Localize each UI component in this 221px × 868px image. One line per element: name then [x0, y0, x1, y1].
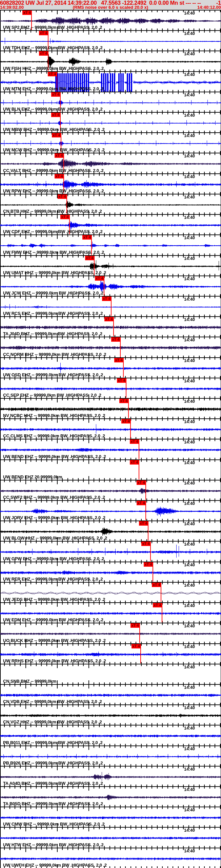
trace-row: 14:40xT 4UW MCW EHZ -- 99999.0km BW .HIG… [0, 132, 221, 153]
pick-flag[interactable]: xT 4 [48, 72, 57, 76]
pick-flag[interactable]: xT 4 [82, 235, 92, 240]
pick-flag[interactable]: xT 4 [55, 174, 64, 178]
trace-row: 14:40xT 4UW JCW EHZ -- 99999.0km BW .HIG… [0, 276, 221, 296]
station-label: CC SEP EHZ -- 99999.0km BW .HIGHPASS. 2.… [3, 393, 101, 398]
pick-flag[interactable]: xT 4 [114, 358, 123, 362]
pick-flag[interactable]: xT 4 [130, 623, 140, 628]
pick-flag[interactable]: xT 4 [119, 399, 128, 403]
station-label: UW MTM EHZ -- 99999.0km BW .HIGHPASS. 2.… [3, 86, 104, 91]
station-label: UW RRHS EHZ -- 99999.0km BW .HIGHPASS. 2… [3, 658, 106, 663]
station-label: UW RPW EHZ -- 99999.0km BW .HIGHPASS. 2.… [3, 188, 104, 193]
pick-flag[interactable]: xT 4 [102, 297, 111, 301]
row-time-label: 14:40 [184, 399, 195, 404]
trace-row: 14:40PB B926 EHZ -- 99999.0km BW .HIGHPA… [0, 746, 221, 766]
row-time-label: 14:40 [184, 297, 195, 302]
station-label: UW MBW EHZ -- 99999.0km BW .HIGHPASS. 2.… [3, 127, 104, 132]
row-time-label: 14:40 [184, 747, 195, 751]
row-time-label: 14:40 [184, 808, 195, 812]
row-time-label: 14:40 [184, 563, 195, 567]
station-label: UW OSD EHZ -- 99999.0km BW .HIGHPASS. 2.… [3, 372, 103, 377]
pick-flag[interactable]: xT 4 [152, 583, 161, 587]
station-label: UW JCW EHZ -- 99999.0km BW .HIGHPASS. 2.… [3, 290, 103, 296]
station-label: TA B05D BHZ -- 99999.0km BW .HIGHPASS. 2… [3, 801, 103, 806]
trace-row: 14:40xT 4UW RCS EHZ -- 99999.0km BW .HIG… [0, 296, 221, 316]
pick-flag[interactable]: xT 4 [130, 439, 139, 444]
station-label: UW TDH EHZ -- 99999.0km BW .HIGHPASS. 2.… [3, 45, 103, 50]
station-label: CC SWF2 BHZ -- 99999.0km BW .HIGHPASS. 2… [3, 495, 105, 500]
row-time-label: 14:40 [184, 93, 195, 97]
pick-flag[interactable]: xT 4 [39, 51, 48, 56]
station-label: UW UMAT HHZ -- 99999.0km BW .HIGHPASS. 2… [3, 270, 106, 275]
station-label: UW MCW EHZ -- 99999.0km BW .HIGHPASS. 2.… [3, 147, 104, 152]
trace-row: 14:40CN SNB BHZ -- 99999.0km [0, 664, 221, 684]
row-time-label: 14:40 [184, 31, 195, 36]
trace-row: 14:40xT 4NV NCBC HHZ -- 99999.0km BW .HI… [0, 398, 221, 418]
row-time-label: 14:40 [184, 113, 195, 118]
trace-row: 14:40xT 4CC SEP EHZ -- 99999.0km BW .HIG… [0, 378, 221, 398]
station-label: CC NORM BHZ -- 99999.0km BW .HIGHPASS. 2… [3, 352, 106, 357]
pick-flag[interactable]: xT 4 [55, 153, 64, 158]
station-label: UW UWFH EHZ -- 99999.0km BW .HIGHPASS. 2… [3, 863, 107, 868]
row-time-label: 14:40 [184, 522, 195, 526]
trace-row: 14:40xT 4UW MTM EHZ -- 99999.0km BW .HIG… [0, 71, 221, 92]
pick-flag[interactable]: xT 4 [141, 542, 150, 546]
trace-row: 14:40xT 4CC NORM BHZ -- 99999.0km BW .HI… [0, 337, 221, 357]
row-time-label: 14:40 [184, 828, 195, 833]
trace-row: 14:40xT 4CC CLMS EHZ -- 99999.0km BW .HI… [0, 418, 221, 439]
row-time-label: 14:40 [184, 174, 195, 179]
row-time-label: 14:40 [184, 419, 195, 424]
row-time-label: 14:40 [184, 705, 195, 710]
trace-row: 14:40CN VGZ HHZ -- 99999.0km BW .HIGHPAS… [0, 704, 221, 725]
trace-row: 14:40UW HTW EHZ -- 99999.0km BW .HIGHPAS… [0, 827, 221, 848]
pick-flag[interactable]: xT 4 [104, 317, 114, 321]
pick-flag[interactable]: xT 4 [139, 521, 148, 526]
row-time-label: 14:40 [184, 603, 195, 608]
row-time-label: 14:40 [184, 665, 195, 669]
pick-flag[interactable]: xT 4 [117, 378, 126, 383]
pick-flag[interactable]: xT 4 [132, 644, 141, 648]
trace-row: 14:40xT 4UW UMAT HHZ -- 99999.0km BW .HI… [0, 255, 221, 276]
pick-flag[interactable]: xT 4 [130, 460, 139, 465]
station-label: UW BLOW HHZ -- 99999.0km BW .HIGHPASS. 2… [3, 535, 107, 541]
trace-row: 14:40xT 4UW SP2 BHZ -- 99999.0km BW .HIG… [0, 10, 221, 30]
station-label: CC VALT BHZ -- 99999.0km BW .HIGHPASS. 2… [3, 168, 104, 173]
pick-flag[interactable]: xT 4 [52, 133, 61, 137]
trace-row: 14:40xT 4UW RRHS EHZ -- 99999.0km BW .HI… [0, 643, 221, 664]
station-label: UW GPW EHZ -- 99999.0km BW .HIGHPASS. 2.… [3, 556, 104, 561]
station-label: UW RCS EHZ -- 99999.0km BW .HIGHPASS. 2.… [3, 311, 103, 316]
row-time-label: 14:40 [184, 849, 195, 853]
pick-flag[interactable]: xT 4 [144, 562, 153, 567]
pick-flag[interactable]: xT 4 [51, 113, 60, 117]
trace-row: 14:40CN VDB EHZ -- 99999.0km BW .HIGHPAS… [0, 684, 221, 704]
pick-flag[interactable]: xT 4 [137, 501, 146, 505]
pick-flag[interactable]: xT 4 [51, 92, 60, 97]
station-label: CC CLMS EHZ -- 99999.0km BW .HIGHPASS. 2… [3, 433, 105, 438]
trace-row: 14:40xT 4UW OSD EHZ -- 99999.0km BW .HIG… [0, 357, 221, 378]
pick-flag[interactable]: xT 4 [111, 337, 120, 342]
pick-flag[interactable]: xT 4 [121, 419, 130, 423]
trace-row: 14:40UW UWFH EHZ -- 99999.0km BW .HIGHPA… [0, 848, 221, 868]
station-label: UO BUCK BHZ -- 99999.0km BW .HIGHPASS. 2… [3, 638, 106, 643]
row-time-label: 14:40 [184, 256, 195, 261]
station-label: UW JORV EHZ -- 99999.0km BW .HIGHPASS. 2… [3, 515, 105, 520]
pick-flag[interactable]: xT 4 [60, 215, 69, 219]
trace-row: 14:40xT 4UW BEND EHZ 20.99999.0km [0, 459, 221, 480]
pick-flag[interactable]: xT 4 [95, 276, 104, 281]
trace-row: 14:40xT 4UW CDF EHZ -- 99999.0km BW .HIG… [0, 214, 221, 234]
pick-flag[interactable]: xT 4 [137, 480, 146, 485]
trace-row: 14:40xT 4UW JEDS BHZ -- 99999.0km BW .HI… [0, 582, 221, 602]
pick-flag[interactable]: xT 4 [39, 31, 48, 35]
trace-row: 14:40TA A04D BHZ -- 99999.0km BW .HIGHPA… [0, 766, 221, 786]
station-label: TA A04D BHZ -- 99999.0km BW .HIGHPASS. 2… [3, 781, 103, 786]
station-label: UW CDF EHZ -- 99999.0km BW .HIGHPASS. 2.… [3, 229, 103, 234]
row-time-label: 14:40 [184, 440, 195, 445]
pick-flag[interactable]: xT 4 [153, 603, 162, 607]
pick-flag[interactable]: xT 4 [22, 11, 32, 15]
row-time-label: 14:40 [184, 787, 195, 792]
pick-flag[interactable]: xT 4 [85, 256, 94, 260]
row-time-label: 14:40 [184, 542, 195, 547]
pick-flag[interactable]: xT 4 [58, 194, 67, 199]
row-time-label: 14:40 [184, 767, 195, 772]
trace-row: 14:40xT 4UW RER EHZ -- 99999.0km BW .HIG… [0, 562, 221, 582]
row-time-label: 14:40 [184, 338, 195, 342]
